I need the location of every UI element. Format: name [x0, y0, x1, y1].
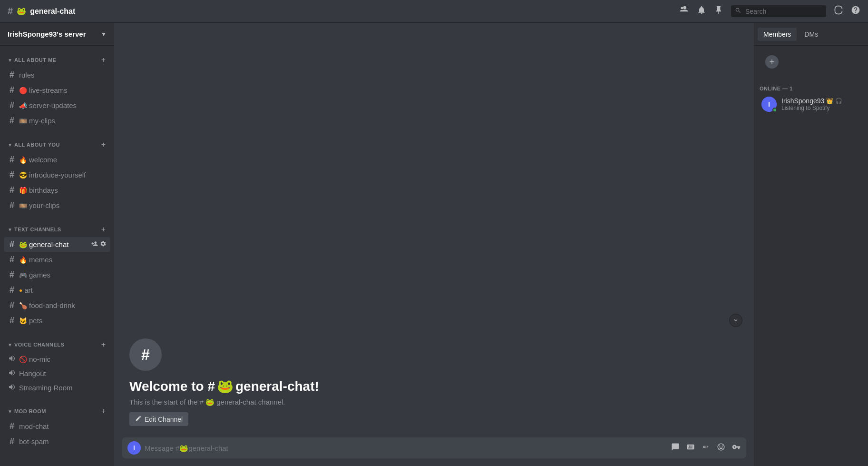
welcome-title-prefix: Welcome to #: [129, 379, 215, 394]
welcome-section: # Welcome to # 🐸 general-chat! This is t…: [122, 329, 746, 434]
voice-icon: [8, 383, 16, 392]
inbox-icon[interactable]: [834, 5, 843, 17]
section-all-about-me: ▼ ALL ABOUT ME + # rules # 🔴 live-stream…: [0, 46, 114, 130]
channel-food-and-drink[interactable]: # 🍗 food-and-drink: [4, 298, 110, 313]
channel-name: art: [24, 286, 107, 294]
channel-emoji: 🐸: [19, 241, 27, 248]
channel-emoji: 😎: [19, 171, 27, 179]
channel-mod-chat[interactable]: # mod-chat: [4, 419, 110, 434]
section-header-all-about-me[interactable]: ▼ ALL ABOUT ME +: [4, 53, 110, 67]
scroll-to-bottom-button[interactable]: [729, 314, 742, 327]
hash-icon: #: [8, 285, 16, 295]
channel-bot-spam[interactable]: # bot-spam: [4, 434, 110, 449]
search-input[interactable]: [745, 8, 812, 15]
section-chevron-icon: ▼: [8, 142, 12, 148]
channel-name: Hangout: [19, 369, 107, 377]
search-bar[interactable]: [731, 5, 826, 17]
top-bar: # 🐸 general-chat: [0, 0, 868, 23]
channel-welcome[interactable]: # 🔥 welcome: [4, 152, 110, 167]
channel-emoji: 🚫: [19, 356, 27, 363]
user-avatar: I: [127, 441, 141, 455]
channel-streaming-room[interactable]: Streaming Room: [4, 381, 110, 395]
server-name: IrishSponge93's server: [8, 30, 86, 38]
add-channel-button-text-channels[interactable]: +: [100, 225, 107, 234]
welcome-hash-icon: #: [141, 346, 150, 364]
chat-input-area: I: [114, 434, 754, 466]
voice-icon: [8, 355, 16, 364]
section-header-text-channels[interactable]: ▼ TEXT CHANNELS +: [4, 223, 110, 236]
channel-icon[interactable]: [671, 443, 680, 454]
main-content: # Welcome to # 🐸 general-chat! This is t…: [114, 23, 754, 466]
gif-icon[interactable]: [702, 443, 710, 454]
channel-general-chat[interactable]: # 🐸 general-chat: [4, 237, 110, 252]
add-friend-button[interactable]: +: [765, 55, 779, 69]
pencil-icon: [135, 415, 142, 423]
hash-icon: #: [8, 436, 16, 446]
edit-channel-button[interactable]: Edit Channel: [129, 412, 188, 426]
tab-dms[interactable]: DMs: [799, 28, 824, 41]
add-channel-button-all-about-you[interactable]: +: [100, 140, 107, 149]
section-header-mod-room[interactable]: ▼ MOD ROOM +: [4, 405, 110, 418]
message-input[interactable]: [145, 439, 667, 457]
channel-emoji: 📣: [19, 102, 27, 109]
channel-name: bot-spam: [19, 437, 107, 446]
add-channel-button-mod-room[interactable]: +: [100, 407, 107, 416]
settings-gear-icon[interactable]: [100, 240, 107, 248]
section-title-all-about-me: ALL ABOUT ME: [14, 57, 100, 63]
channel-name: live-streams: [29, 86, 107, 94]
channel-memes[interactable]: # 🔥 memes: [4, 252, 110, 267]
member-irishsponge93[interactable]: I IrishSponge93 👑 🎧 Listening to Spotify: [756, 94, 866, 115]
hash-icon: #: [8, 155, 16, 165]
help-icon[interactable]: [851, 5, 860, 17]
voice-icon: [8, 369, 16, 378]
channel-no-mic[interactable]: 🚫 no-mic: [4, 352, 110, 366]
key-icon[interactable]: [732, 443, 741, 454]
channel-name: Streaming Room: [19, 384, 107, 392]
keyboard-icon[interactable]: [686, 443, 695, 454]
section-header-voice-channels[interactable]: ▼ VOICE CHANNELS +: [4, 338, 110, 351]
channel-hangout[interactable]: Hangout: [4, 367, 110, 380]
members-icon[interactable]: [680, 5, 689, 17]
notification-bell-icon[interactable]: [697, 5, 706, 17]
channel-server-updates[interactable]: # 📣 server-updates: [4, 98, 110, 113]
section-header-all-about-you[interactable]: ▼ ALL ABOUT YOU +: [4, 138, 110, 151]
section-chevron-icon: ▼: [8, 58, 12, 63]
member-info: IrishSponge93 👑 🎧 Listening to Spotify: [781, 97, 860, 111]
edit-channel-label: Edit Channel: [145, 416, 183, 423]
sidebar: IrishSponge93's server ▼ ▼ ALL ABOUT ME …: [0, 23, 114, 466]
channel-emoji: 🎮: [19, 271, 27, 279]
server-header[interactable]: IrishSponge93's server ▼: [0, 23, 114, 46]
channel-emoji: 🎞️: [19, 202, 27, 209]
add-channel-button-voice[interactable]: +: [100, 340, 107, 349]
channel-emoji: 🍗: [19, 302, 27, 309]
hash-icon: #: [8, 300, 16, 310]
channel-pets[interactable]: # 🐱 pets: [4, 313, 110, 328]
pin-icon[interactable]: [714, 5, 723, 17]
hash-icon: #: [8, 200, 16, 210]
add-member-icon[interactable]: [91, 240, 98, 248]
channel-rules[interactable]: # rules: [4, 68, 110, 82]
channel-name: general-chat: [29, 240, 91, 248]
channel-name: your-clips: [29, 201, 107, 209]
channel-name: welcome: [29, 156, 107, 164]
emoji-icon[interactable]: [717, 443, 725, 454]
right-panel-tabs: Members DMs: [754, 23, 868, 46]
section-chevron-icon: ▼: [8, 409, 12, 414]
channel-birthdays[interactable]: # 🎁 birthdays: [4, 183, 110, 198]
add-channel-button-all-about-me[interactable]: +: [100, 55, 107, 65]
section-voice-channels: ▼ VOICE CHANNELS + 🚫 no-mic Hangout: [0, 330, 114, 397]
tab-members[interactable]: Members: [758, 28, 797, 41]
channel-introduce-yourself[interactable]: # 😎 introduce-yourself: [4, 168, 110, 182]
top-bar-left: # 🐸 general-chat: [8, 6, 676, 17]
channel-settings: [91, 240, 107, 248]
channel-name: mod-chat: [19, 422, 107, 430]
channel-live-streams[interactable]: # 🔴 live-streams: [4, 83, 110, 98]
channel-your-clips[interactable]: # 🎞️ your-clips: [4, 198, 110, 213]
channel-name: rules: [19, 71, 107, 79]
member-activity: Listening to Spotify: [781, 105, 860, 111]
channel-art[interactable]: # ● art: [4, 283, 110, 297]
hash-icon: #: [8, 70, 16, 80]
channel-games[interactable]: # 🎮 games: [4, 268, 110, 282]
section-text-channels: ▼ TEXT CHANNELS + # 🐸 general-chat: [0, 215, 114, 330]
channel-my-clips[interactable]: # 🎞️ my-clips: [4, 113, 110, 128]
